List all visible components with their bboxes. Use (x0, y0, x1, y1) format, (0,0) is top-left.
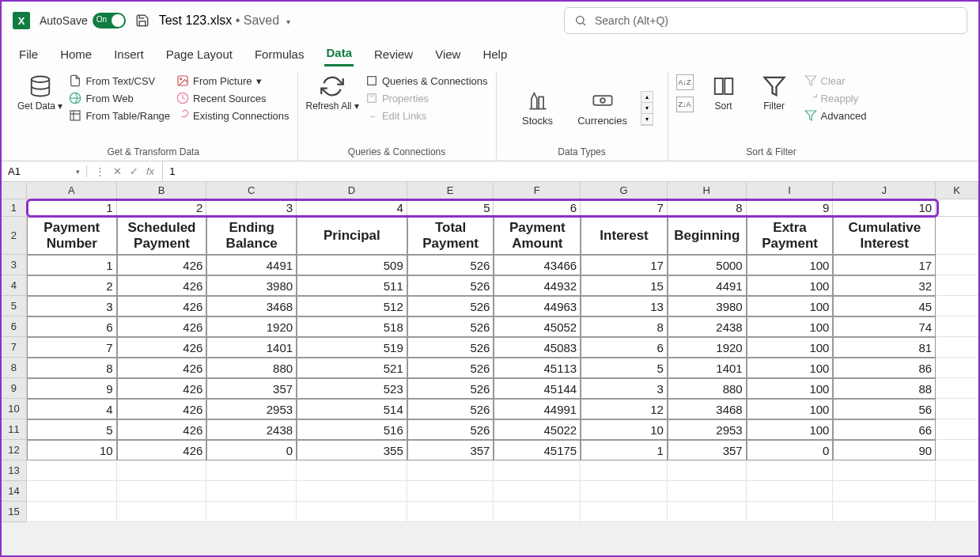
scroll-more-icon[interactable]: ▾ (641, 114, 653, 125)
cell[interactable]: 100 (747, 399, 834, 419)
row-header[interactable]: 14 (2, 481, 27, 502)
cell[interactable]: 880 (668, 378, 747, 399)
row-header[interactable]: 7 (2, 337, 27, 358)
cell[interactable] (407, 502, 494, 522)
cell[interactable]: 5 (27, 419, 117, 440)
formula-input[interactable]: 1 (163, 165, 978, 177)
select-all-corner[interactable] (2, 182, 27, 199)
cell[interactable] (833, 460, 936, 481)
cell[interactable]: 526 (407, 419, 494, 440)
row-header[interactable]: 2 (2, 217, 27, 255)
cell[interactable]: Payment Number (27, 217, 117, 255)
cell[interactable]: 45175 (494, 440, 581, 460)
cell[interactable] (668, 460, 747, 481)
cell[interactable]: 2 (117, 199, 207, 217)
cell[interactable] (668, 502, 747, 522)
tab-help[interactable]: Help (481, 43, 509, 66)
cell[interactable]: 521 (297, 358, 407, 378)
currencies-button[interactable]: Currencies (576, 89, 630, 127)
cell[interactable]: 3980 (668, 296, 747, 316)
cell[interactable]: 526 (407, 399, 494, 419)
scroll-down-icon[interactable]: ▾ (641, 103, 653, 114)
cell[interactable]: 509 (297, 255, 407, 275)
from-table-button[interactable]: From Table/Range (69, 109, 170, 122)
cell[interactable]: 526 (407, 316, 494, 337)
more-icon[interactable]: ⋮ (95, 165, 105, 177)
cell[interactable]: 100 (747, 378, 834, 399)
cell[interactable]: 45052 (494, 316, 581, 337)
cell[interactable] (407, 460, 494, 481)
cell[interactable]: 526 (407, 378, 494, 399)
cell[interactable]: 357 (668, 440, 747, 460)
cell[interactable]: 32 (833, 275, 936, 296)
cell[interactable]: 518 (297, 316, 407, 337)
cell[interactable]: 86 (833, 358, 936, 378)
cell[interactable]: Interest (581, 217, 668, 255)
cell[interactable] (747, 502, 834, 522)
cell[interactable] (936, 419, 978, 440)
cell[interactable]: 100 (747, 358, 834, 378)
cell[interactable]: 6 (581, 337, 668, 358)
column-header[interactable]: E (407, 182, 494, 199)
cell[interactable]: 3 (581, 378, 668, 399)
cell[interactable] (581, 481, 668, 502)
cell[interactable]: 66 (833, 419, 936, 440)
search-input[interactable]: Search (Alt+Q) (564, 7, 967, 34)
cell[interactable]: 5 (407, 199, 494, 217)
cell[interactable]: 45144 (494, 378, 581, 399)
cell[interactable]: 1401 (206, 337, 297, 358)
cell[interactable]: 13 (581, 296, 668, 316)
cell[interactable]: 10 (27, 440, 117, 460)
cell[interactable] (936, 378, 978, 399)
cell[interactable]: 100 (747, 255, 834, 275)
refresh-all-button[interactable]: Refresh All ▾ (306, 74, 359, 112)
cell[interactable]: 2953 (668, 419, 747, 440)
cell[interactable] (747, 460, 834, 481)
cell[interactable]: 10 (581, 419, 668, 440)
cell[interactable] (936, 337, 978, 358)
cell[interactable] (833, 481, 936, 502)
cell[interactable]: Beginning (668, 217, 747, 255)
cell[interactable]: Payment Amount (494, 217, 581, 255)
cell[interactable]: 426 (117, 337, 207, 358)
cell[interactable]: 516 (297, 419, 407, 440)
existing-connections-button[interactable]: Existing Connections (176, 109, 289, 122)
cell[interactable]: 2438 (206, 419, 297, 440)
cell[interactable] (581, 460, 668, 481)
cell[interactable]: 5000 (668, 255, 747, 275)
data-types-scroller[interactable]: ▴ ▾ ▾ (641, 91, 653, 126)
cell[interactable]: 426 (117, 378, 207, 399)
cell[interactable] (494, 502, 581, 522)
cell[interactable]: 12 (581, 399, 668, 419)
from-picture-button[interactable]: From Picture ▾ (176, 74, 289, 87)
cell[interactable] (668, 481, 747, 502)
cell[interactable]: 7 (27, 337, 117, 358)
column-header[interactable]: J (833, 182, 936, 199)
cell[interactable]: 100 (747, 275, 834, 296)
cell[interactable]: 1401 (668, 358, 747, 378)
cell[interactable] (936, 440, 978, 460)
filter-button[interactable]: Filter (754, 74, 795, 112)
cell[interactable]: 526 (407, 296, 494, 316)
cell[interactable]: 15 (581, 275, 668, 296)
recent-sources-button[interactable]: Recent Sources (176, 92, 289, 104)
cell[interactable]: 523 (297, 378, 407, 399)
cell[interactable]: 9 (27, 378, 117, 399)
cell[interactable]: 56 (833, 399, 936, 419)
scroll-up-icon[interactable]: ▴ (641, 92, 653, 103)
cell[interactable]: 512 (297, 296, 407, 316)
row-header[interactable]: 9 (2, 378, 27, 399)
cell[interactable]: 8 (581, 316, 668, 337)
cell[interactable]: 526 (407, 255, 494, 275)
fx-icon[interactable]: fx (146, 165, 154, 177)
enter-icon[interactable]: ✓ (130, 165, 138, 177)
cell[interactable] (936, 399, 978, 419)
tab-page-layout[interactable]: Page Layout (165, 43, 234, 66)
column-header[interactable]: A (27, 182, 117, 199)
cell[interactable]: 426 (117, 358, 207, 378)
cell[interactable]: 100 (747, 337, 834, 358)
cell[interactable]: 426 (117, 255, 207, 275)
cell[interactable]: Extra Payment (747, 217, 834, 255)
cell[interactable] (936, 217, 978, 255)
cell[interactable]: 3980 (206, 275, 297, 296)
